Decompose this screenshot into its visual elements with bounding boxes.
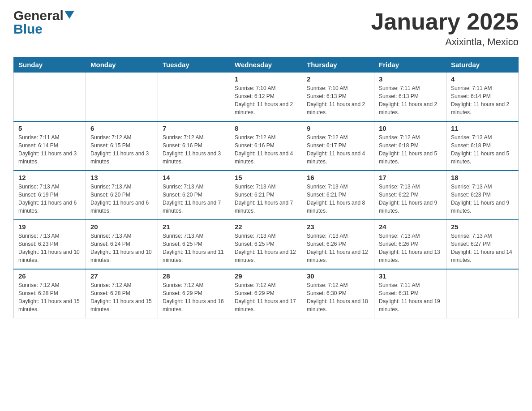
calendar-week-row: 26Sunrise: 7:12 AMSunset: 6:28 PMDayligh… — [14, 269, 519, 318]
day-info: Sunrise: 7:12 AMSunset: 6:28 PMDaylight:… — [18, 281, 81, 313]
day-number: 28 — [163, 272, 225, 280]
day-number: 21 — [163, 223, 225, 231]
day-number: 20 — [90, 223, 153, 231]
logo-row1: General — [13, 9, 74, 22]
day-info: Sunrise: 7:13 AMSunset: 6:19 PMDaylight:… — [18, 183, 81, 215]
calendar-day-cell: 9Sunrise: 7:12 AMSunset: 6:17 PMDaylight… — [302, 121, 374, 171]
calendar-day-cell: 27Sunrise: 7:12 AMSunset: 6:28 PMDayligh… — [86, 269, 158, 318]
day-number: 22 — [235, 223, 297, 231]
calendar-day-cell: 30Sunrise: 7:12 AMSunset: 6:30 PMDayligh… — [302, 269, 374, 318]
day-info: Sunrise: 7:13 AMSunset: 6:22 PMDaylight:… — [379, 183, 442, 215]
calendar-weekday-friday: Friday — [374, 57, 446, 73]
calendar-day-cell: 8Sunrise: 7:12 AMSunset: 6:16 PMDaylight… — [230, 121, 302, 171]
calendar-day-cell: 21Sunrise: 7:13 AMSunset: 6:25 PMDayligh… — [158, 220, 230, 269]
day-number: 11 — [451, 124, 514, 132]
day-number: 3 — [379, 75, 442, 83]
calendar-week-row: 12Sunrise: 7:13 AMSunset: 6:19 PMDayligh… — [14, 171, 519, 220]
calendar-day-cell: 28Sunrise: 7:12 AMSunset: 6:29 PMDayligh… — [158, 269, 230, 318]
page-header: General Blue January 2025 Axixintla, Mex… — [13, 9, 519, 48]
calendar-day-cell: 6Sunrise: 7:12 AMSunset: 6:15 PMDaylight… — [86, 121, 158, 171]
day-info: Sunrise: 7:13 AMSunset: 6:24 PMDaylight:… — [90, 232, 153, 264]
logo-blue-text: Blue — [13, 22, 43, 36]
day-info: Sunrise: 7:11 AMSunset: 6:14 PMDaylight:… — [451, 84, 514, 116]
day-number: 17 — [379, 174, 442, 181]
day-number: 10 — [379, 124, 442, 132]
day-number: 2 — [307, 75, 369, 83]
day-info: Sunrise: 7:13 AMSunset: 6:21 PMDaylight:… — [235, 183, 297, 215]
logo-general-text: General — [13, 9, 64, 22]
day-number: 8 — [235, 124, 297, 132]
calendar-day-cell: 19Sunrise: 7:13 AMSunset: 6:23 PMDayligh… — [14, 220, 86, 269]
calendar-day-cell: 16Sunrise: 7:13 AMSunset: 6:21 PMDayligh… — [302, 171, 374, 220]
day-number: 18 — [451, 174, 514, 181]
calendar-day-cell: 15Sunrise: 7:13 AMSunset: 6:21 PMDayligh… — [230, 171, 302, 220]
day-number: 5 — [18, 124, 81, 132]
calendar-day-cell: 31Sunrise: 7:11 AMSunset: 6:31 PMDayligh… — [374, 269, 446, 318]
day-number: 7 — [163, 124, 225, 132]
day-number: 15 — [235, 174, 297, 181]
day-number: 12 — [18, 174, 81, 181]
calendar-weekday-thursday: Thursday — [302, 57, 374, 73]
calendar-weekday-monday: Monday — [86, 57, 158, 73]
calendar-day-cell: 5Sunrise: 7:11 AMSunset: 6:14 PMDaylight… — [14, 121, 86, 171]
day-number: 25 — [451, 223, 514, 231]
day-number: 1 — [235, 75, 297, 83]
page-title: January 2025 — [371, 9, 519, 34]
day-info: Sunrise: 7:10 AMSunset: 6:13 PMDaylight:… — [307, 84, 369, 116]
day-number: 9 — [307, 124, 369, 132]
calendar-weekday-sunday: Sunday — [14, 57, 86, 73]
day-info: Sunrise: 7:12 AMSunset: 6:16 PMDaylight:… — [235, 133, 297, 166]
calendar-weekday-wednesday: Wednesday — [230, 57, 302, 73]
calendar-day-cell: 25Sunrise: 7:13 AMSunset: 6:27 PMDayligh… — [446, 220, 519, 269]
logo: General Blue — [13, 9, 74, 36]
calendar-day-cell: 22Sunrise: 7:13 AMSunset: 6:25 PMDayligh… — [230, 220, 302, 269]
calendar-day-cell: 23Sunrise: 7:13 AMSunset: 6:26 PMDayligh… — [302, 220, 374, 269]
day-info: Sunrise: 7:12 AMSunset: 6:28 PMDaylight:… — [90, 281, 153, 313]
calendar-day-cell: 11Sunrise: 7:13 AMSunset: 6:18 PMDayligh… — [446, 121, 519, 171]
day-number: 27 — [90, 272, 153, 280]
day-info: Sunrise: 7:13 AMSunset: 6:26 PMDaylight:… — [307, 232, 369, 264]
calendar-day-cell: 12Sunrise: 7:13 AMSunset: 6:19 PMDayligh… — [14, 171, 86, 220]
day-info: Sunrise: 7:10 AMSunset: 6:12 PMDaylight:… — [235, 84, 297, 116]
calendar-table: SundayMondayTuesdayWednesdayThursdayFrid… — [13, 57, 519, 318]
calendar-day-cell: 2Sunrise: 7:10 AMSunset: 6:13 PMDaylight… — [302, 73, 374, 122]
calendar-week-row: 5Sunrise: 7:11 AMSunset: 6:14 PMDaylight… — [14, 121, 519, 171]
day-info: Sunrise: 7:12 AMSunset: 6:30 PMDaylight:… — [307, 281, 369, 313]
day-info: Sunrise: 7:11 AMSunset: 6:13 PMDaylight:… — [379, 84, 442, 116]
day-info: Sunrise: 7:13 AMSunset: 6:21 PMDaylight:… — [307, 183, 369, 215]
day-number: 14 — [163, 174, 225, 181]
day-number: 31 — [379, 272, 442, 280]
day-number: 4 — [451, 75, 514, 83]
day-number: 26 — [18, 272, 81, 280]
calendar-week-row: 1Sunrise: 7:10 AMSunset: 6:12 PMDaylight… — [14, 73, 519, 122]
day-info: Sunrise: 7:12 AMSunset: 6:15 PMDaylight:… — [90, 133, 153, 166]
calendar-day-cell: 14Sunrise: 7:13 AMSunset: 6:20 PMDayligh… — [158, 171, 230, 220]
title-block: January 2025 Axixintla, Mexico — [371, 9, 519, 48]
day-info: Sunrise: 7:12 AMSunset: 6:29 PMDaylight:… — [235, 281, 297, 313]
day-info: Sunrise: 7:11 AMSunset: 6:14 PMDaylight:… — [18, 133, 81, 166]
calendar-weekday-tuesday: Tuesday — [158, 57, 230, 73]
day-number: 13 — [90, 174, 153, 181]
day-info: Sunrise: 7:13 AMSunset: 6:27 PMDaylight:… — [451, 232, 514, 264]
logo-triangle-icon — [64, 11, 74, 21]
calendar-day-cell: 10Sunrise: 7:12 AMSunset: 6:18 PMDayligh… — [374, 121, 446, 171]
calendar-day-cell: 26Sunrise: 7:12 AMSunset: 6:28 PMDayligh… — [14, 269, 86, 318]
day-info: Sunrise: 7:12 AMSunset: 6:16 PMDaylight:… — [163, 133, 225, 166]
day-info: Sunrise: 7:12 AMSunset: 6:17 PMDaylight:… — [307, 133, 369, 166]
calendar-day-cell: 3Sunrise: 7:11 AMSunset: 6:13 PMDaylight… — [374, 73, 446, 122]
day-info: Sunrise: 7:13 AMSunset: 6:18 PMDaylight:… — [451, 133, 514, 166]
calendar-day-cell — [14, 73, 86, 122]
day-info: Sunrise: 7:13 AMSunset: 6:26 PMDaylight:… — [379, 232, 442, 264]
day-number: 6 — [90, 124, 153, 132]
calendar-day-cell — [86, 73, 158, 122]
day-number: 29 — [235, 272, 297, 280]
day-info: Sunrise: 7:13 AMSunset: 6:25 PMDaylight:… — [235, 232, 297, 264]
calendar-day-cell — [446, 269, 519, 318]
calendar-day-cell — [158, 73, 230, 122]
day-info: Sunrise: 7:12 AMSunset: 6:29 PMDaylight:… — [163, 281, 225, 313]
calendar-day-cell: 20Sunrise: 7:13 AMSunset: 6:24 PMDayligh… — [86, 220, 158, 269]
day-info: Sunrise: 7:13 AMSunset: 6:25 PMDaylight:… — [163, 232, 225, 264]
day-info: Sunrise: 7:13 AMSunset: 6:20 PMDaylight:… — [163, 183, 225, 215]
day-number: 30 — [307, 272, 369, 280]
day-info: Sunrise: 7:13 AMSunset: 6:23 PMDaylight:… — [18, 232, 81, 264]
